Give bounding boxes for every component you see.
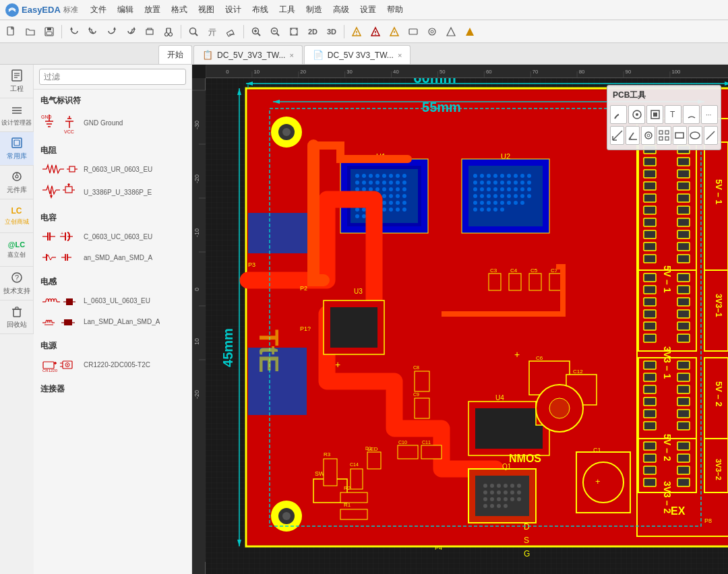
pcb-tool-row-1: T ··· bbox=[610, 105, 718, 124]
pcb-btn-angle[interactable] bbox=[626, 126, 640, 145]
pcb-canvas[interactable]: 60mm 55mm 45mm bbox=[206, 78, 728, 574]
pcb-btn-ellipse[interactable] bbox=[688, 126, 702, 145]
sym-inductor-row1[interactable]: L_0603_UL_0603_EU bbox=[34, 290, 191, 311]
redo-button[interactable] bbox=[103, 23, 121, 40]
tab-sch-close[interactable]: × bbox=[398, 51, 402, 59]
svg-point-246 bbox=[493, 174, 497, 178]
left-btn-component[interactable]: 元件库 bbox=[0, 166, 34, 199]
svg-rect-111 bbox=[64, 319, 72, 325]
save-button[interactable] bbox=[40, 23, 58, 40]
filter-input[interactable] bbox=[39, 69, 186, 85]
sym-cap-row1[interactable]: + C_0603_UC_0603_EU bbox=[34, 226, 191, 247]
left-btn-support[interactable]: ? 技术支持 bbox=[0, 267, 34, 300]
svg-point-277 bbox=[520, 194, 524, 198]
menu-tools[interactable]: 工具 bbox=[275, 3, 299, 17]
pcb-btn-arc[interactable] bbox=[683, 105, 700, 124]
sym-gnd-row[interactable]: GND VCC GND Ground bbox=[34, 109, 191, 137]
undo2-button[interactable] bbox=[84, 23, 102, 40]
svg-rect-4 bbox=[47, 32, 52, 35]
left-btn-jialichuang[interactable]: @LC 嘉立创 bbox=[0, 233, 34, 267]
svg-point-29 bbox=[356, 34, 357, 35]
tab-pcb-close[interactable]: × bbox=[289, 51, 293, 59]
pcb-btn-more1[interactable]: ··· bbox=[701, 105, 718, 124]
left-btn-lcsc[interactable]: LC 立创商城 bbox=[0, 199, 34, 233]
left-btn-recycle[interactable]: 回收站 bbox=[0, 300, 34, 334]
open-button[interactable] bbox=[22, 23, 39, 40]
pcb-btn-text[interactable]: T bbox=[665, 105, 681, 124]
sym-inductor-row2[interactable]: Lan_SMD_ALan_SMD_A bbox=[34, 311, 191, 332]
svg-text:+: + bbox=[335, 359, 340, 370]
left-btn-common-lib[interactable]: 常用库 bbox=[0, 132, 34, 166]
tb-warn1[interactable] bbox=[386, 23, 403, 40]
menu-place[interactable]: 放置 bbox=[140, 3, 164, 17]
pcb-btn-via[interactable] bbox=[641, 126, 655, 145]
pcb-btn-pad-circle[interactable] bbox=[628, 105, 645, 124]
section-power-title: 电源 bbox=[34, 338, 191, 354]
canvas-area[interactable]: 0 10 20 30 40 50 60 70 80 90 1 bbox=[192, 65, 728, 574]
zoom-out-button[interactable] bbox=[266, 23, 284, 40]
menu-settings[interactable]: 设置 bbox=[356, 3, 380, 17]
left-btn-project[interactable]: 工程 bbox=[0, 65, 34, 98]
svg-point-281 bbox=[487, 201, 491, 205]
pcb-btn-line[interactable] bbox=[704, 126, 718, 145]
pcb-btn-array[interactable] bbox=[657, 126, 671, 145]
svg-rect-311 bbox=[677, 158, 690, 166]
pcb-btn-trace[interactable] bbox=[610, 105, 627, 124]
menu-format[interactable]: 格式 bbox=[167, 3, 191, 17]
menu-view[interactable]: 视图 bbox=[194, 3, 218, 17]
svg-point-195 bbox=[396, 174, 400, 178]
menu-file[interactable]: 文件 bbox=[86, 3, 111, 17]
menu-edit[interactable]: 编辑 bbox=[113, 3, 138, 17]
tab-pcb[interactable]: 📋 DC_5V_3V3_TW... × bbox=[193, 45, 303, 64]
svg-text:60mm: 60mm bbox=[413, 78, 456, 86]
menu-advanced[interactable]: 高级 bbox=[329, 3, 353, 17]
svg-point-263 bbox=[487, 187, 491, 191]
3d-button[interactable]: 3D bbox=[323, 23, 340, 40]
redo2-button[interactable] bbox=[122, 23, 140, 40]
left-btn-design-mgr[interactable]: 设计管理器 bbox=[0, 98, 34, 132]
svg-point-278 bbox=[527, 194, 531, 198]
svg-point-396 bbox=[504, 490, 508, 495]
drc-button[interactable] bbox=[348, 23, 365, 40]
tab-sch[interactable]: 📄 DC_5V 3V3_TW... × bbox=[304, 45, 411, 64]
tb-extra3[interactable] bbox=[423, 23, 441, 40]
svg-rect-415 bbox=[367, 452, 381, 469]
tb-extra2[interactable] bbox=[404, 23, 422, 40]
2d-button[interactable]: 2D bbox=[304, 23, 322, 40]
cut-button[interactable] bbox=[160, 23, 177, 40]
menu-help[interactable]: 帮助 bbox=[383, 3, 407, 17]
menu-route[interactable]: 布线 bbox=[248, 3, 272, 17]
new-button[interactable] bbox=[3, 23, 20, 40]
sym-inductor-name1: L_0603_UL_0603_EU bbox=[84, 297, 150, 305]
menu-design[interactable]: 设计 bbox=[221, 3, 245, 17]
svg-point-233 bbox=[382, 208, 386, 212]
zoom-in-button[interactable] bbox=[247, 23, 265, 40]
svg-point-399 bbox=[483, 497, 487, 501]
annotate-button[interactable]: 亓 bbox=[204, 23, 221, 40]
undo-button[interactable] bbox=[65, 23, 83, 40]
eraser-button[interactable] bbox=[222, 23, 240, 40]
svg-rect-242 bbox=[468, 166, 543, 226]
sidebar-scroll[interactable]: 电气标识符 GND bbox=[34, 90, 191, 574]
search-button[interactable] bbox=[185, 23, 202, 40]
svg-point-192 bbox=[375, 174, 380, 178]
wave-button[interactable] bbox=[367, 23, 384, 40]
tab-start[interactable]: 开始 bbox=[158, 45, 192, 64]
sym-pot-row[interactable]: U_3386P_U_3386P_E bbox=[34, 180, 191, 204]
menu-manufacture[interactable]: 制造 bbox=[302, 3, 326, 17]
svg-rect-35 bbox=[409, 29, 417, 34]
sym-resistor-row1[interactable]: R_0603_UR_0603_EU bbox=[34, 159, 191, 180]
pcb-btn-pad-rect[interactable] bbox=[646, 105, 663, 124]
tb-extra1[interactable] bbox=[141, 23, 158, 40]
tb-extra4[interactable] bbox=[442, 23, 460, 40]
svg-point-210 bbox=[389, 187, 393, 191]
pcb-btn-measure[interactable] bbox=[610, 126, 624, 145]
tb-extra5[interactable] bbox=[461, 23, 479, 40]
sym-power-row1[interactable]: CR1220 CR1220-2DC005-T2C bbox=[34, 354, 191, 375]
left-btn-support-label: 技术支持 bbox=[3, 286, 30, 296]
svg-line-95 bbox=[49, 257, 51, 260]
svg-point-387 bbox=[483, 484, 487, 488]
pcb-btn-rect[interactable] bbox=[673, 126, 687, 145]
fit-button[interactable] bbox=[285, 23, 303, 40]
sym-cap-row2[interactable]: an_SMD_Aan_SMD_A bbox=[34, 247, 191, 268]
